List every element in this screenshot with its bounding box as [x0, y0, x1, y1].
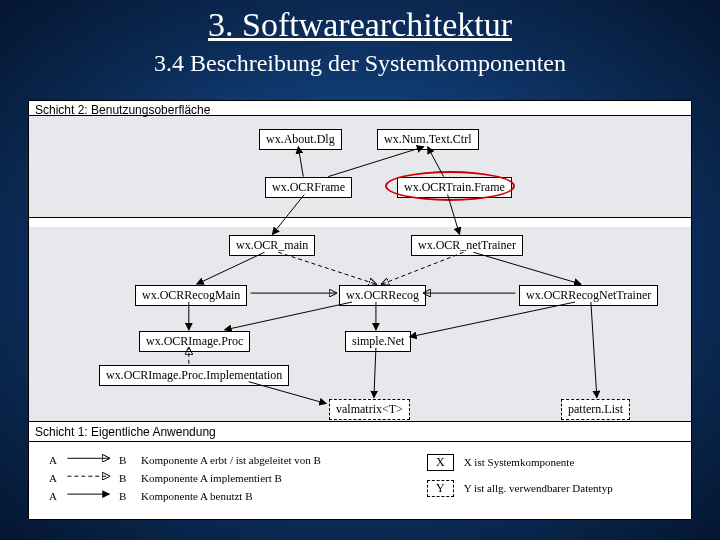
legend-row-implements: A B Komponente A implementiert B [49, 469, 321, 487]
comp-wxocrrecognettrainer: wx.OCRRecogNetTrainer [519, 285, 658, 306]
comp-wxocrrecog: wx.OCRRecog [339, 285, 426, 306]
legend-row-uses: A B Komponente A benutzt B [49, 487, 321, 505]
legend-boxY-desc: Y ist allg. verwendbarer Datentyp [464, 482, 613, 494]
slide-title: 3. Softwarearchitektur [0, 0, 720, 44]
legend-row-inherits: A B Komponente A erbt / ist abgeleitet v… [49, 451, 321, 469]
legend-boxX-desc: X ist Systemkomponente [464, 456, 575, 468]
layer2-band [29, 115, 691, 217]
architecture-diagram: Schicht 2: Benutzungsoberfläche wx.About… [28, 100, 692, 520]
comp-wxocrimageproc: wx.OCRImage.Proc [139, 331, 250, 352]
layer1-caption: Schicht 1: Eigentliche Anwendung [35, 425, 216, 439]
comp-wxocrframe: wx.OCRFrame [265, 177, 352, 198]
legend-a3: A [49, 490, 61, 502]
layer1-band [29, 227, 691, 421]
legend-b2: B [119, 472, 131, 484]
legend-row-datatype: Y Y ist allg. verwendbarer Datentyp [427, 479, 613, 497]
legend-right: X X ist Systemkomponente Y Y ist allg. v… [427, 453, 613, 497]
hr-layer2-top [29, 115, 691, 116]
comp-wxaboutdlg: wx.About.Dlg [259, 129, 342, 150]
legend-b3: B [119, 490, 131, 502]
legend-left: A B Komponente A erbt / ist abgeleitet v… [49, 451, 321, 505]
legend-desc3: Komponente A benutzt B [141, 490, 253, 502]
comp-wxnumtextctrl: wx.Num.Text.Ctrl [377, 129, 479, 150]
comp-patternlist: pattern.List [561, 399, 630, 420]
comp-wxocrrecogmain: wx.OCRRecogMain [135, 285, 247, 306]
legend-a1: A [49, 454, 61, 466]
comp-valmatrix: valmatrix<T> [329, 399, 410, 420]
comp-simplenet: simple.Net [345, 331, 411, 352]
hr-legend-top [29, 441, 691, 442]
comp-wxocrimageprocimpl: wx.OCRImage.Proc.Implementation [99, 365, 289, 386]
legend-desc1: Komponente A erbt / ist abgeleitet von B [141, 454, 321, 466]
comp-wxocrmain: wx.OCR_main [229, 235, 315, 256]
hr-layer1-bottom [29, 421, 691, 422]
legend-boxY: Y [427, 480, 454, 497]
highlight-ring [385, 171, 515, 201]
legend-row-component: X X ist Systemkomponente [427, 453, 613, 471]
legend-a2: A [49, 472, 61, 484]
hr-between-layers [29, 217, 691, 218]
comp-wxocrnettrainer: wx.OCR_netTrainer [411, 235, 523, 256]
legend-desc2: Komponente A implementiert B [141, 472, 282, 484]
slide-subtitle: 3.4 Beschreibung der Systemkomponenten [0, 50, 720, 77]
legend-b1: B [119, 454, 131, 466]
legend-boxX: X [427, 454, 454, 471]
